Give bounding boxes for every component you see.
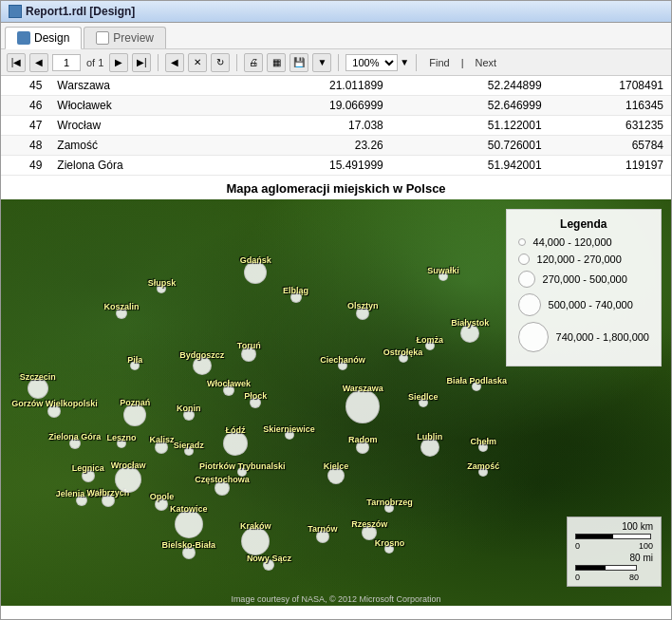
export-button[interactable]: 💾 (289, 53, 308, 72)
row-num: 48 (1, 136, 49, 156)
row-num: 47 (1, 116, 49, 136)
city-dot (115, 466, 141, 493)
city-dot (345, 389, 380, 423)
city-label: Białystok (451, 318, 489, 328)
row-num: 46 (1, 96, 49, 116)
first-page-button[interactable]: |◀ (7, 53, 26, 72)
row-pop: 1708491 (550, 76, 671, 96)
zoom-select[interactable]: 100% 75% 150% 200% (345, 54, 398, 71)
city-label: Koszalin (104, 302, 140, 311)
legend-item: 120,000 - 270,000 (518, 254, 649, 265)
preview-tab-label: Preview (113, 31, 154, 45)
city-label: Rzeszów (351, 519, 387, 529)
city-label: Zamość (467, 461, 499, 471)
page-number-input[interactable]: 1 (52, 54, 81, 71)
map-container: SzczecinSłupskGdańskElblągSuwałkiKoszali… (1, 199, 671, 606)
legend-label: 270,000 - 500,000 (543, 273, 627, 285)
row-lat: 52.244899 (391, 76, 550, 96)
map-credit: Image courtesy of NASA, © 2012 Microsoft… (1, 594, 671, 604)
last-page-button[interactable]: ▶| (132, 53, 151, 72)
city-label: Wrocław (111, 460, 146, 470)
row-lon: 21.011899 (233, 76, 391, 96)
stop-button[interactable]: ✕ (188, 53, 207, 72)
find-button[interactable]: Find (423, 56, 455, 69)
city-label: Radom (348, 435, 378, 444)
city-label: Płock (244, 391, 267, 401)
city-label: Tarnobrzeg (366, 498, 412, 507)
km-label: 100 km (575, 521, 653, 532)
row-lon: 17.038 (233, 116, 391, 136)
row-lat: 50.726001 (391, 136, 550, 156)
city-label: Kraków (240, 521, 271, 531)
row-pop: 631235 (550, 116, 671, 136)
table-row: 46 Włocławek 19.066999 52.646999 116345 (1, 96, 671, 116)
row-city: Warszawa (49, 76, 233, 96)
city-label: Leszno (107, 433, 137, 442)
title-icon (9, 5, 22, 18)
legend-box: Legenda 44,000 - 120,000 120,000 - 270,0… (506, 209, 662, 366)
content-area: 45 Warszawa 21.011899 52.244899 1708491 … (1, 76, 671, 619)
row-num: 45 (1, 76, 49, 96)
back-button[interactable]: ◀ (165, 53, 184, 72)
city-label: Sieradz (174, 441, 204, 450)
km-scale-labels: 0100 (575, 541, 653, 551)
refresh-button[interactable]: ↻ (211, 53, 230, 72)
zoom-arrow[interactable]: ▼ (400, 57, 409, 67)
city-label: Zielona Góra (48, 432, 101, 442)
legend-circle (518, 293, 541, 316)
legend-item: 500,000 - 740,000 (518, 293, 649, 316)
mi-scale-labels: 080 (575, 573, 639, 582)
sep1 (158, 54, 159, 71)
row-city: Włocławek (49, 96, 233, 116)
legend-label: 44,000 - 120,000 (533, 236, 612, 248)
title-bar: Report1.rdl [Design] (1, 1, 671, 23)
legend-items: 44,000 - 120,000 120,000 - 270,000 270,0… (518, 236, 649, 352)
legend-title: Legenda (518, 217, 649, 231)
city-label: Gorzów Wielkopolski (11, 399, 97, 408)
legend-circle (518, 254, 530, 265)
city-dot (175, 510, 203, 538)
city-dot (241, 527, 270, 555)
row-lon: 15.491999 (233, 156, 391, 176)
legend-item: 270,000 - 500,000 (518, 271, 649, 288)
toolbar: |◀ ◀ 1 of 1 ▶ ▶| ◀ ✕ ↻ 🖨 ▦ 💾 ▼ 100% 75% … (1, 49, 671, 76)
layout-button[interactable]: ▦ (267, 53, 286, 72)
map-title: Mapa aglomeracji miejskich w Polsce (1, 176, 671, 199)
prev-page-button[interactable]: ◀ (29, 53, 48, 72)
print-button[interactable]: 🖨 (244, 53, 263, 72)
city-label: Warszawa (343, 384, 383, 393)
toolbar-sep-text: | (459, 57, 466, 68)
row-pop: 116345 (550, 96, 671, 116)
row-lat: 51.122001 (391, 116, 550, 136)
design-tab-label: Design (34, 31, 69, 45)
row-lat: 52.646999 (391, 96, 550, 116)
city-label: Słupsk (148, 278, 177, 288)
main-window: Report1.rdl [Design] Design Preview |◀ ◀… (0, 0, 672, 620)
legend-circle (518, 322, 549, 352)
mi-label: 80 mi (575, 553, 653, 563)
sep3 (338, 54, 339, 71)
preview-tab-icon (96, 31, 109, 45)
city-label: Bydgoszcz (179, 350, 224, 360)
city-label: Łomża (417, 335, 444, 345)
city-label: Konin (177, 404, 201, 413)
tab-design[interactable]: Design (5, 27, 82, 49)
city-label: Tarnów (308, 524, 337, 534)
row-pop: 119197 (550, 156, 671, 176)
export-arrow-button[interactable]: ▼ (312, 53, 331, 72)
city-label: Legnica (72, 463, 104, 473)
city-label: Bielsko-Biała (161, 540, 215, 550)
next-page-button[interactable]: ▶ (109, 53, 128, 72)
city-label: Toruń (237, 341, 261, 350)
city-label: Opole (150, 492, 175, 501)
next-find-button[interactable]: Next (470, 56, 503, 69)
row-lon: 19.066999 (233, 96, 391, 116)
scale-box: 100 km 0100 80 mi 080 (567, 517, 662, 587)
window-title: Report1.rdl [Design] (26, 5, 135, 18)
city-label: Elbląg (283, 286, 308, 295)
tab-preview[interactable]: Preview (84, 27, 166, 48)
city-label: Katowice (170, 504, 208, 514)
zoom-wrapper: 100% 75% 150% 200% ▼ (345, 54, 409, 71)
page-of-label: of 1 (84, 57, 105, 68)
city-label: Olsztyn (347, 301, 379, 310)
